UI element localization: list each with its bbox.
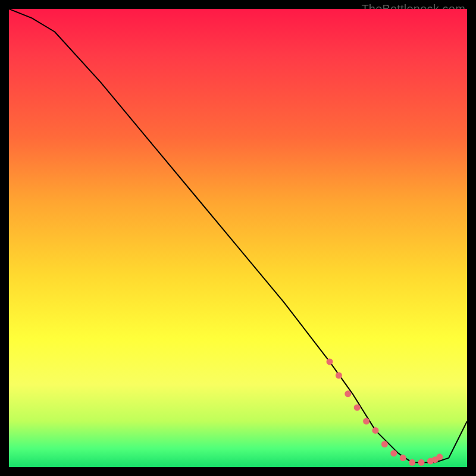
curve-svg — [9, 9, 467, 467]
data-dot — [381, 441, 388, 447]
data-dot — [345, 390, 351, 397]
data-dot — [390, 450, 397, 456]
bottleneck-curve — [9, 9, 467, 462]
data-dot — [363, 418, 369, 425]
data-dots-group — [327, 358, 443, 465]
data-dot — [436, 454, 443, 461]
data-dot — [400, 455, 406, 461]
data-dot — [418, 459, 425, 466]
data-dot — [372, 427, 379, 434]
chart-stage: TheBottleneck.com — [0, 0, 476, 476]
plot-area — [9, 9, 467, 467]
data-dot — [409, 459, 415, 466]
data-dot — [327, 358, 333, 365]
data-dot — [354, 404, 361, 411]
data-dot — [336, 372, 342, 379]
